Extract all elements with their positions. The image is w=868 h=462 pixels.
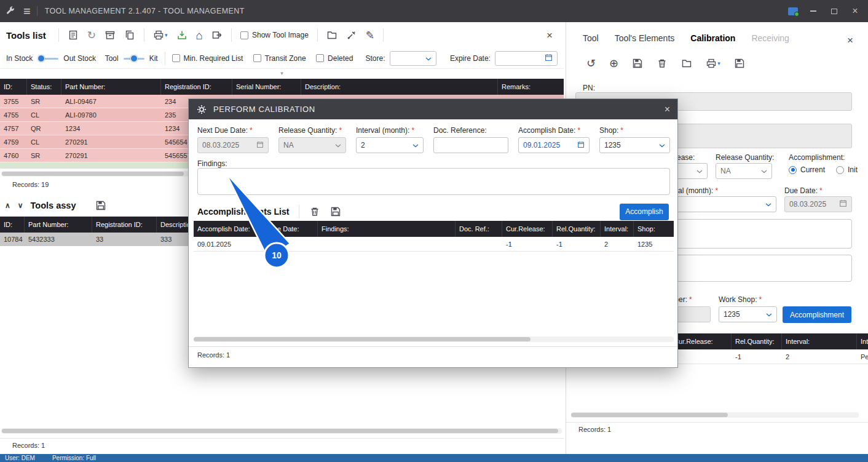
dialog-titlebar[interactable]: PERFORM CALIBRATION ×	[189, 99, 677, 119]
store-select[interactable]	[390, 51, 436, 66]
column-header: Doc. Ref.:	[456, 221, 502, 237]
panel-splitter[interactable]: ▾	[0, 69, 564, 78]
tray-status-icon[interactable]	[788, 7, 798, 15]
titlebar: ≡ TOOL MANAGEMENT 2.1.407 - TOOL MANAGEM…	[0, 0, 868, 22]
dialog-records-count: Records: 1	[197, 351, 230, 359]
close-tools-list-icon[interactable]: ×	[546, 30, 553, 41]
findings-textarea[interactable]	[197, 168, 670, 195]
delete-icon[interactable]	[309, 206, 320, 217]
collapse-up-icon[interactable]: ∧	[5, 202, 10, 209]
refresh-icon[interactable]: ↻	[87, 30, 96, 41]
save-icon[interactable]	[95, 200, 106, 211]
show-tool-image-checkbox[interactable]: Show Tool Image	[240, 31, 309, 39]
accomplish-button[interactable]: Accomplish	[620, 204, 669, 220]
column-header: Due Date:	[265, 221, 318, 237]
expire-date-input[interactable]	[495, 51, 558, 66]
table-row[interactable]: 09.01.2025 -1 -1 2 1235	[194, 237, 674, 252]
accomplishments-list-bar: Accomplishments List Accomplish	[197, 202, 669, 221]
import-icon[interactable]	[176, 30, 187, 41]
column-header: Interval:	[782, 333, 857, 349]
toolbar-separator	[231, 28, 232, 42]
due-date-label: Due Date:*	[784, 186, 823, 195]
hamburger-menu-icon[interactable]: ≡	[23, 5, 31, 17]
add-icon[interactable]: ⊕	[609, 58, 618, 69]
calendar-icon[interactable]	[545, 54, 553, 63]
save-icon[interactable]	[632, 58, 643, 69]
cell-id: 10784	[0, 233, 25, 246]
column-header: Rel.Quantity:	[553, 221, 601, 237]
dialog-hscrollbar[interactable]	[194, 337, 674, 342]
interval-select[interactable]: 2	[356, 137, 424, 153]
archive-box-icon[interactable]	[105, 30, 116, 41]
accomplishments-table: Accomplish Date: Due Date: Findings: Doc…	[194, 221, 674, 253]
detail-hscrollbar[interactable]	[571, 412, 859, 418]
collapse-down-icon[interactable]: ∨	[18, 202, 23, 209]
due-date-input[interactable]: 08.03.2025	[784, 196, 852, 212]
deleted-checkbox[interactable]: Deleted	[316, 54, 353, 63]
calendar-icon[interactable]	[577, 141, 585, 150]
export-icon[interactable]	[211, 30, 223, 41]
tab-receiving[interactable]: Receiving	[751, 33, 789, 43]
transit-zone-checkbox[interactable]: Transit Zone	[253, 54, 306, 63]
close-window-button[interactable]: ×	[850, 6, 861, 17]
scroll-thumb[interactable]	[571, 413, 728, 417]
accomplish-date-input[interactable]: 09.01.2025	[518, 137, 590, 153]
shop-select[interactable]: 1235	[599, 137, 670, 153]
next-due-date-field: Next Due Date:* 08.03.2025	[197, 126, 269, 153]
edit-icon[interactable]: ✎	[366, 30, 374, 41]
statusbar-permission: Permission: Full	[52, 455, 96, 461]
undo-icon[interactable]: ↺	[586, 58, 596, 69]
app-wrench-icon	[0, 6, 21, 16]
delete-icon[interactable]	[657, 58, 668, 69]
work-shop-select[interactable]: 1235	[719, 306, 777, 322]
titlebar-separator	[37, 6, 37, 16]
close-detail-panel-icon[interactable]: ×	[847, 34, 853, 47]
release-quantity-select[interactable]: NA	[716, 163, 772, 179]
column-header: Registration ID:	[161, 79, 232, 95]
stock-toggle[interactable]	[37, 54, 58, 63]
radio-current[interactable]	[789, 166, 797, 174]
scroll-thumb[interactable]	[194, 337, 531, 341]
next-due-date-input[interactable]: 08.03.2025	[197, 137, 269, 153]
min-required-checkbox[interactable]: Min. Required List	[172, 54, 243, 63]
print-dropdown-icon[interactable]: ▾	[165, 32, 168, 38]
kit-label: Kit	[149, 54, 158, 63]
cell-accomplish-date: 09.01.2025	[194, 237, 265, 251]
save-as-icon[interactable]	[734, 58, 745, 69]
doc-reference-input[interactable]	[433, 137, 508, 153]
chevron-down-icon	[696, 167, 703, 175]
maximize-button[interactable]	[829, 6, 840, 17]
tools-assy-hscrollbar[interactable]	[1, 428, 562, 434]
folder-icon[interactable]	[326, 30, 337, 41]
accomplishment-button[interactable]: Accomplishment	[783, 306, 851, 323]
checkbox-icon[interactable]	[240, 31, 248, 39]
tools-icon[interactable]	[346, 30, 357, 41]
radio-init[interactable]	[836, 166, 844, 174]
minimize-button[interactable]	[808, 6, 819, 17]
report-icon[interactable]	[68, 30, 79, 41]
detail-toolbar: ↺ ⊕ ▾	[586, 58, 745, 69]
print-dropdown-icon[interactable]: ▾	[717, 60, 720, 66]
chevron-down-icon	[761, 167, 767, 175]
cell-registration-id: 33	[92, 233, 157, 246]
folder-icon[interactable]	[681, 58, 692, 69]
toolbar-separator	[317, 28, 318, 42]
tab-tools-elements[interactable]: Tool's Elements	[615, 33, 675, 43]
divider	[189, 346, 677, 347]
accomplishment-radio-group: Current Init	[789, 165, 858, 174]
cell-status: QR	[27, 122, 61, 135]
scroll-thumb[interactable]	[2, 429, 558, 433]
column-header: Accomplish Date:	[194, 221, 265, 237]
save-icon[interactable]	[330, 206, 341, 217]
release-quantity-select[interactable]: NA	[278, 137, 346, 153]
scroll-thumb[interactable]	[2, 172, 184, 176]
copy-icon[interactable]	[124, 30, 135, 41]
tab-tool[interactable]: Tool	[583, 33, 599, 43]
home-icon[interactable]: ⌂	[196, 30, 203, 41]
cell-status: SR	[27, 149, 61, 162]
print-button[interactable]: ▾	[706, 58, 720, 69]
print-button[interactable]: ▾	[153, 30, 168, 41]
close-dialog-icon[interactable]: ×	[665, 105, 670, 114]
tab-calibration[interactable]: Calibration	[690, 33, 735, 43]
tool-kit-toggle[interactable]	[124, 54, 144, 63]
